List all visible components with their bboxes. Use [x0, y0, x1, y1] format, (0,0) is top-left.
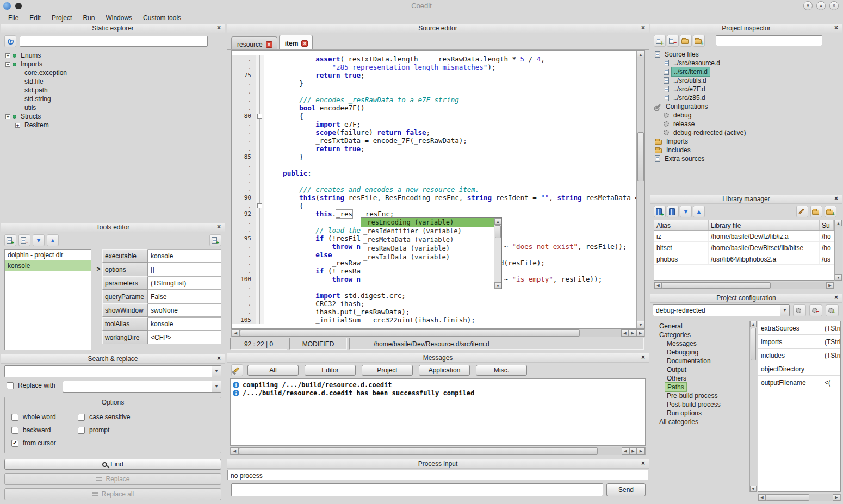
- add-library-button[interactable]: [654, 206, 666, 217]
- code-line[interactable]: . /// encodes _resRawData to a e7F strin…: [232, 96, 644, 104]
- scroll-down-icon[interactable]: ▼: [750, 486, 757, 492]
- code-line[interactable]: 85 }: [232, 153, 644, 161]
- close-panel-icon[interactable]: ×: [640, 460, 647, 467]
- code-line[interactable]: 80− {: [232, 112, 644, 120]
- filter-editor[interactable]: Editor: [305, 365, 356, 376]
- move-up-button[interactable]: ▲: [47, 234, 59, 246]
- property-value[interactable]: (TStringList): [148, 276, 221, 290]
- symbol-item[interactable]: core.exception: [2, 69, 224, 77]
- scroll-right-icon[interactable]: ▶: [826, 282, 834, 289]
- code-line[interactable]: . ihash.put(_resRawData);: [232, 308, 644, 316]
- completion-item[interactable]: _resEncoding (variable): [361, 218, 501, 227]
- move-library-down-button[interactable]: ▼: [680, 206, 692, 217]
- library-hscrollbar[interactable]: ◀ ▶: [654, 282, 834, 289]
- close-tab-icon[interactable]: ×: [266, 41, 272, 48]
- scrollbar-thumb[interactable]: [239, 447, 598, 455]
- remove-tool-button[interactable]: [18, 234, 30, 246]
- close-tab-icon[interactable]: ×: [301, 40, 308, 47]
- project-tree-item[interactable]: release: [652, 120, 841, 128]
- expand-icon[interactable]: +: [5, 53, 10, 58]
- config-vscrollbar[interactable]: ▲ ▼: [749, 321, 757, 492]
- find-button[interactable]: Find: [4, 459, 221, 470]
- scroll-down-icon[interactable]: ▼: [835, 274, 842, 281]
- scrollbar-thumb[interactable]: [751, 328, 756, 360]
- add-tool-button[interactable]: [4, 234, 16, 246]
- prev-icon[interactable]: ◀: [621, 329, 629, 337]
- fold-marker[interactable]: −: [257, 203, 262, 208]
- category-item[interactable]: Messages: [653, 339, 748, 348]
- library-vscrollbar[interactable]: ▲ ▼: [834, 220, 842, 281]
- editor-vscrollbar[interactable]: ▲ ▼: [636, 51, 644, 328]
- symbol-item[interactable]: +ResItem: [2, 121, 224, 129]
- project-tree-item[interactable]: ../src/z85.d: [652, 94, 841, 102]
- code-line[interactable]: .: [232, 161, 644, 169]
- prev-icon[interactable]: ◀: [622, 447, 629, 455]
- library-row[interactable]: bitset/home/basile/Dev/Bitset/lib/bitse/…: [654, 242, 834, 253]
- project-tree-item[interactable]: debug-redirected (active): [652, 128, 841, 137]
- completion-item[interactable]: _resTxtData (variable): [361, 253, 501, 262]
- checkbox-backward[interactable]: [11, 427, 18, 434]
- send-button[interactable]: Send: [606, 483, 646, 496]
- symbol-search-input[interactable]: [20, 36, 208, 47]
- code-line[interactable]: . assert(_resTxtData.length == _resRawDa…: [232, 55, 644, 63]
- minimize-button[interactable]: ▾: [803, 1, 813, 10]
- expand-icon[interactable]: +: [5, 114, 10, 119]
- tab-item[interactable]: item×: [279, 35, 313, 49]
- replace-button[interactable]: Replace: [4, 473, 221, 485]
- code-line[interactable]: 92 this._res = resEnc;: [232, 210, 644, 218]
- close-panel-icon[interactable]: ×: [833, 24, 840, 32]
- project-tree-item[interactable]: Source files: [652, 50, 841, 59]
- code-line[interactable]: . "z85 representation length mismatches"…: [232, 63, 644, 71]
- remove-configuration-button[interactable]: [809, 304, 822, 316]
- tool-item[interactable]: konsole: [5, 260, 91, 271]
- property-row[interactable]: >options[]: [95, 263, 221, 276]
- library-row[interactable]: iz/home/basile/Dev/Iz/lib/iz.a/ho: [654, 231, 834, 242]
- code-line[interactable]: . public:: [232, 169, 644, 177]
- code-line[interactable]: . import std.digest.crc;: [232, 291, 644, 300]
- menu-run[interactable]: Run: [78, 13, 100, 23]
- property-row[interactable]: executablekonsole: [95, 249, 221, 263]
- menu-edit[interactable]: Edit: [24, 13, 46, 23]
- move-down-button[interactable]: ▼: [33, 234, 45, 246]
- inspector-search-input[interactable]: [716, 35, 822, 46]
- process-input-field[interactable]: [231, 483, 603, 496]
- config-property-value[interactable]: [822, 362, 840, 375]
- config-property-value[interactable]: <(: [822, 376, 840, 389]
- run-tool-button[interactable]: [209, 234, 221, 246]
- menu-file[interactable]: File: [3, 13, 23, 23]
- project-tree-item[interactable]: Configurations: [652, 102, 841, 111]
- code-line[interactable]: 105 _initialSum = crc322uint(ihash.finis…: [232, 316, 644, 324]
- symbol-item[interactable]: utils: [2, 103, 224, 112]
- menu-windows[interactable]: Windows: [101, 13, 137, 23]
- tab-resource[interactable]: resource×: [231, 36, 277, 49]
- scroll-right-icon[interactable]: ▶: [833, 494, 840, 501]
- filter-misc[interactable]: Misc.: [476, 365, 527, 376]
- close-panel-icon[interactable]: ×: [640, 24, 647, 32]
- project-tree-item[interactable]: debug: [652, 111, 841, 120]
- config-property-row[interactable]: objectDirectory: [758, 362, 840, 376]
- category-item[interactable]: Documentation: [653, 357, 748, 365]
- property-row[interactable]: parameters(TStringList): [95, 276, 221, 290]
- scroll-left-icon[interactable]: ◀: [758, 494, 766, 501]
- column-header[interactable]: Su: [820, 220, 834, 230]
- category-item[interactable]: Categories: [653, 331, 748, 339]
- category-item[interactable]: All categories: [653, 418, 748, 426]
- code-line[interactable]: . /// creates and encodes a new resource…: [232, 185, 644, 194]
- category-item[interactable]: Pre-build process: [653, 391, 748, 400]
- close-window-button[interactable]: ×: [829, 1, 839, 10]
- checkbox-from-cursor[interactable]: [11, 440, 18, 447]
- checkbox-whole-word[interactable]: [11, 414, 18, 421]
- scroll-left-icon[interactable]: ◀: [231, 447, 239, 455]
- completion-item[interactable]: _resRawData (variable): [361, 244, 501, 253]
- editor-hscrollbar[interactable]: ◀ ◀ ▶ ▶: [231, 329, 645, 337]
- symbol-item[interactable]: std.string: [2, 95, 224, 103]
- menu-custom-tools[interactable]: Custom tools: [138, 13, 186, 23]
- project-tree-item[interactable]: ../src/utils.d: [652, 76, 841, 85]
- config-property-row[interactable]: includes(TStringList): [758, 349, 840, 362]
- move-library-up-button[interactable]: ▲: [693, 206, 705, 217]
- remove-source-button[interactable]: [667, 35, 679, 47]
- library-row[interactable]: phobos/usr/lib64/libphobos2.a/us: [654, 253, 834, 265]
- symbol-item[interactable]: std.path: [2, 86, 224, 95]
- scroll-left-icon[interactable]: ◀: [654, 282, 662, 289]
- next-icon[interactable]: ▶: [629, 447, 637, 455]
